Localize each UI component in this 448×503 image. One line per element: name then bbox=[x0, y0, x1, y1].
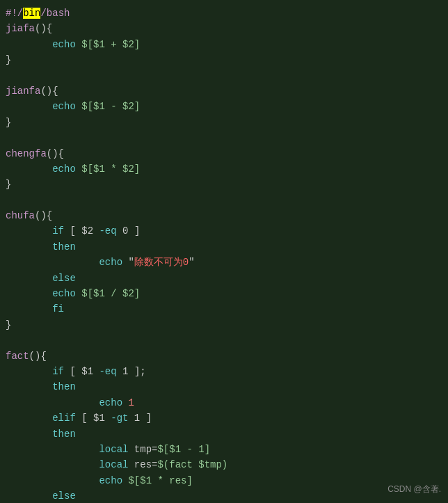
line-chufa-else: else bbox=[6, 271, 448, 286]
line-fact-echo1: echo 1 bbox=[6, 395, 448, 410]
line-chufa-if: if [ $2 -eq 0 ] bbox=[6, 223, 448, 239]
line-jiafa-body: echo $[$1 + $2] bbox=[6, 37, 448, 52]
line-jianfa-close: } bbox=[6, 115, 448, 130]
line-chufa-fi: fi bbox=[6, 301, 448, 317]
line-chengfa-def: chengfa(){ bbox=[6, 146, 448, 161]
line-chufa-close: } bbox=[6, 317, 448, 333]
line-jianfa-body: echo $[$1 - $2] bbox=[6, 99, 448, 114]
line-chengfa-body: echo $[$1 * $2] bbox=[6, 161, 448, 177]
line-jianfa-def: jianfa(){ bbox=[6, 83, 448, 99]
line-fact-if: if [ $1 -eq 1 ]; bbox=[6, 364, 448, 379]
line-blank4 bbox=[6, 333, 448, 348]
line-chufa-def: chufa(){ bbox=[6, 208, 448, 223]
line-jiafa-def: jiafa(){ bbox=[6, 21, 448, 36]
line-fact-then2: then bbox=[6, 426, 448, 442]
line-fact-else: else bbox=[6, 488, 448, 503]
line-blank2 bbox=[6, 130, 448, 145]
line-chengfa-close: } bbox=[6, 177, 448, 192]
line-fact-local-res: local res=$(fact $tmp) bbox=[6, 457, 448, 472]
line-chufa-then: then bbox=[6, 239, 448, 255]
watermark: CSDN @含著. bbox=[387, 483, 441, 496]
line-chufa-echo-div: echo $[$1 / $2] bbox=[6, 286, 448, 301]
line-fact-then: then bbox=[6, 379, 448, 394]
code-block: #!/bin/bash jiafa(){ echo $[$1 + $2] } j… bbox=[0, 0, 448, 503]
line-fact-local-tmp: local tmp=$[$1 - 1] bbox=[6, 442, 448, 457]
line-shebang: #!/bin/bash bbox=[6, 6, 448, 21]
line-fact-def: fact(){ bbox=[6, 349, 448, 364]
line-fact-elif: elif [ $1 -gt 1 ] bbox=[6, 410, 448, 426]
line-blank3 bbox=[6, 193, 448, 208]
line-fact-echo-res: echo $[$1 * res] bbox=[6, 473, 448, 488]
line-jiafa-close: } bbox=[6, 52, 448, 67]
line-chufa-echo-err: echo "除数不可为0" bbox=[6, 255, 448, 270]
line-blank1 bbox=[6, 68, 448, 83]
